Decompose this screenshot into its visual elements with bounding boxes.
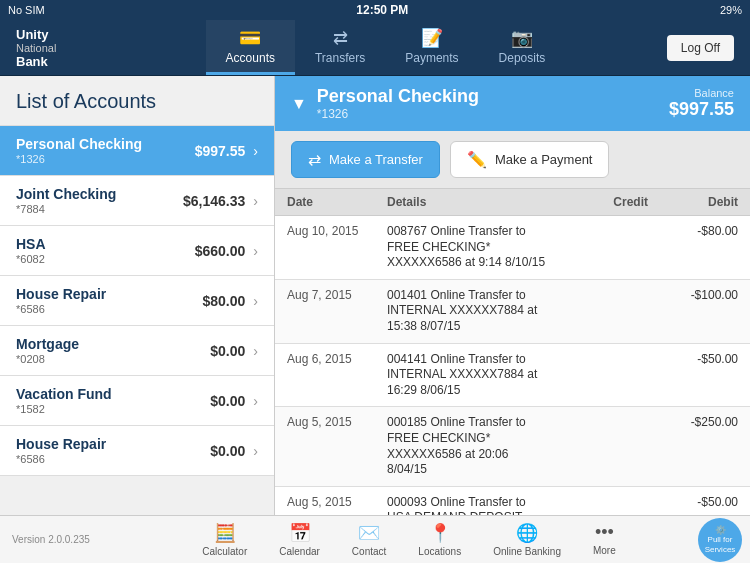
transfer-btn-icon: ⇄ <box>308 150 321 169</box>
toolbar-more[interactable]: ••• More <box>577 518 632 561</box>
transaction-rows: Aug 10, 2015 008767 Online Transfer to F… <box>275 216 750 515</box>
account-number: *1326 <box>16 153 195 165</box>
balance-label: Balance <box>669 87 734 99</box>
col-debit: Debit <box>648 195 738 209</box>
pull-gear-icon: ⚙️ <box>715 525 726 536</box>
account-name: Personal Checking <box>16 136 195 152</box>
account-balance: $0.00 <box>210 343 245 359</box>
battery-text: 29% <box>720 4 742 16</box>
account-list-item[interactable]: House Repair *6586 $80.00 › <box>0 276 274 326</box>
toolbar-calendar[interactable]: 📅 Calendar <box>263 518 336 561</box>
logout-button[interactable]: Log Off <box>667 35 734 61</box>
carrier-text: No SIM <box>8 4 45 16</box>
account-number: *0208 <box>16 353 210 365</box>
time-display: 12:50 PM <box>356 3 408 17</box>
account-header-right: Balance $997.55 <box>669 87 734 120</box>
top-nav: Unity National Bank 💳 Accounts ⇄ Transfe… <box>0 20 750 76</box>
accounts-icon: 💳 <box>239 27 261 49</box>
calculator-icon: 🧮 <box>214 522 236 544</box>
chevron-right-icon: › <box>253 343 258 359</box>
trans-debit: -$80.00 <box>648 224 738 271</box>
more-icon: ••• <box>595 522 614 543</box>
account-balance: $997.55 <box>195 143 246 159</box>
col-details: Details <box>387 195 558 209</box>
table-row: Aug 5, 2015 000093 Online Transfer to HS… <box>275 487 750 515</box>
table-row: Aug 10, 2015 008767 Online Transfer to F… <box>275 216 750 280</box>
nav-tabs: 💳 Accounts ⇄ Transfers 📝 Payments 📷 Depo… <box>120 20 651 75</box>
account-list-item[interactable]: Vacation Fund *1582 $0.00 › <box>0 376 274 426</box>
contact-label: Contact <box>352 546 386 557</box>
chevron-right-icon: › <box>253 443 258 459</box>
transfer-btn-label: Make a Transfer <box>329 152 423 167</box>
collapse-chevron-icon[interactable]: ▼ <box>291 95 307 113</box>
payments-icon: 📝 <box>421 27 443 49</box>
make-payment-button[interactable]: ✏️ Make a Payment <box>450 141 610 178</box>
pull-for-services-button[interactable]: ⚙️ Pull forServices <box>698 518 742 562</box>
trans-debit: -$50.00 <box>648 352 738 399</box>
account-header-info: Personal Checking *1326 <box>317 86 479 121</box>
tab-payments-label: Payments <box>405 51 458 65</box>
account-name: Mortgage <box>16 336 210 352</box>
sidebar: List of Accounts Personal Checking *1326… <box>0 76 275 515</box>
tab-accounts[interactable]: 💳 Accounts <box>206 20 295 75</box>
account-list-item[interactable]: HSA *6082 $660.00 › <box>0 226 274 276</box>
account-list-item[interactable]: Personal Checking *1326 $997.55 › <box>0 126 274 176</box>
table-row: Aug 6, 2015 004141 Online Transfer to IN… <box>275 344 750 408</box>
content-area: ▼ Personal Checking *1326 Balance $997.5… <box>275 76 750 515</box>
account-list-item[interactable]: House Repair *6586 $0.00 › <box>0 426 274 476</box>
toolbar-calculator[interactable]: 🧮 Calculator <box>186 518 263 561</box>
tab-transfers[interactable]: ⇄ Transfers <box>295 20 385 75</box>
account-balance: $6,146.33 <box>183 193 245 209</box>
toolbar-online-banking[interactable]: 🌐 Online Banking <box>477 518 577 561</box>
trans-debit: -$100.00 <box>648 288 738 335</box>
account-number: *6586 <box>16 303 203 315</box>
account-number: *1582 <box>16 403 210 415</box>
chevron-right-icon: › <box>253 243 258 259</box>
trans-date: Aug 7, 2015 <box>287 288 387 335</box>
tab-payments[interactable]: 📝 Payments <box>385 20 478 75</box>
brand-line3: Bank <box>16 54 104 69</box>
trans-debit: -$50.00 <box>648 495 738 515</box>
main-layout: List of Accounts Personal Checking *1326… <box>0 76 750 515</box>
trans-details: 004141 Online Transfer to INTERNAL XXXXX… <box>387 352 558 399</box>
account-header-left: ▼ Personal Checking *1326 <box>291 86 479 121</box>
table-row: Aug 7, 2015 001401 Online Transfer to IN… <box>275 280 750 344</box>
more-label: More <box>593 545 616 556</box>
tab-deposits[interactable]: 📷 Deposits <box>479 20 566 75</box>
brand-line1: Unity <box>16 27 104 42</box>
account-name: Vacation Fund <box>16 386 210 402</box>
bottom-toolbar: Version 2.0.0.235 🧮 Calculator 📅 Calenda… <box>0 515 750 563</box>
trans-details: 008767 Online Transfer to FREE CHECKING*… <box>387 224 558 271</box>
transfers-icon: ⇄ <box>333 27 348 49</box>
chevron-right-icon: › <box>253 193 258 209</box>
brand-line2: National <box>16 42 104 54</box>
deposits-icon: 📷 <box>511 27 533 49</box>
online-banking-label: Online Banking <box>493 546 561 557</box>
account-detail-name: Personal Checking <box>317 86 479 107</box>
status-bar: No SIM 12:50 PM 29% <box>0 0 750 20</box>
trans-date: Aug 5, 2015 <box>287 495 387 515</box>
calendar-icon: 📅 <box>289 522 311 544</box>
action-buttons-bar: ⇄ Make a Transfer ✏️ Make a Payment <box>275 131 750 189</box>
make-transfer-button[interactable]: ⇄ Make a Transfer <box>291 141 440 178</box>
trans-debit: -$250.00 <box>648 415 738 477</box>
trans-credit <box>558 495 648 515</box>
chevron-right-icon: › <box>253 293 258 309</box>
toolbar-locations[interactable]: 📍 Locations <box>402 518 477 561</box>
account-list-item[interactable]: Mortgage *0208 $0.00 › <box>0 326 274 376</box>
account-name: Joint Checking <box>16 186 183 202</box>
payment-btn-label: Make a Payment <box>495 152 593 167</box>
account-number: *6082 <box>16 253 195 265</box>
balance-amount: $997.55 <box>669 99 734 120</box>
account-detail-header: ▼ Personal Checking *1326 Balance $997.5… <box>275 76 750 131</box>
contact-icon: ✉️ <box>358 522 380 544</box>
chevron-right-icon: › <box>253 143 258 159</box>
calculator-label: Calculator <box>202 546 247 557</box>
toolbar-contact[interactable]: ✉️ Contact <box>336 518 402 561</box>
logout-container: Log Off <box>651 20 750 75</box>
chevron-right-icon: › <box>253 393 258 409</box>
pull-label: Pull forServices <box>705 535 736 554</box>
account-list-item[interactable]: Joint Checking *7884 $6,146.33 › <box>0 176 274 226</box>
trans-date: Aug 6, 2015 <box>287 352 387 399</box>
trans-credit <box>558 415 648 477</box>
